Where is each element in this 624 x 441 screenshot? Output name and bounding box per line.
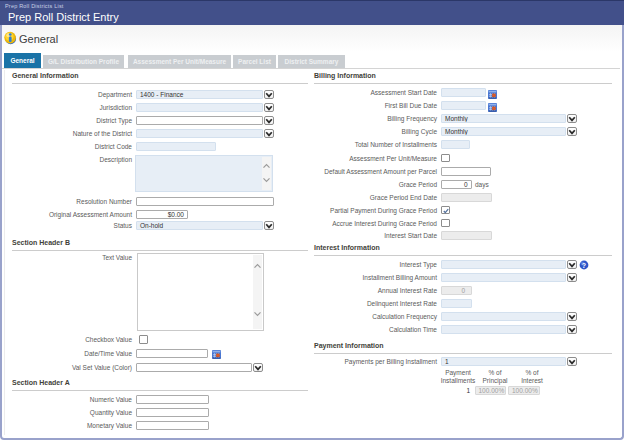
svg-text:?: ? [582, 262, 586, 269]
